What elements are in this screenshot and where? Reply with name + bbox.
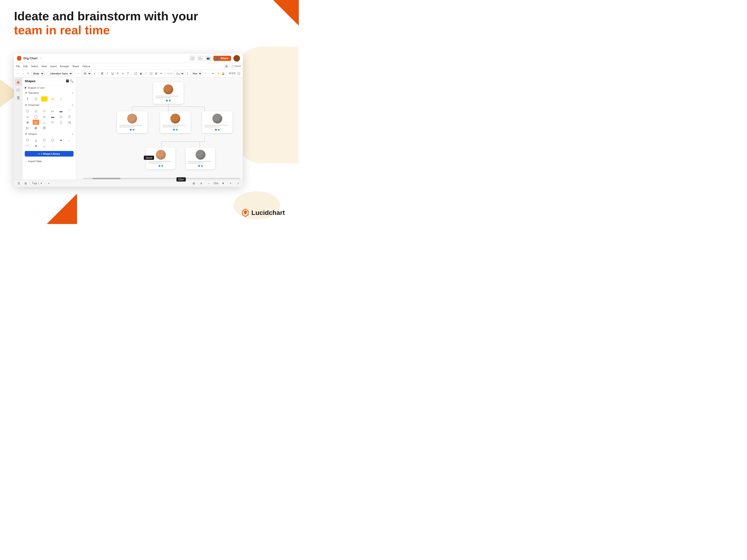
video-icon[interactable]: 📷	[205, 56, 211, 61]
fc-rect2[interactable]: ▭	[49, 108, 56, 114]
layers-button[interactable]: ⊞	[191, 181, 197, 186]
present-icon[interactable]: ⬜	[189, 56, 195, 61]
menu-select[interactable]: Select	[31, 65, 38, 68]
fc-shape16[interactable]: ▽	[49, 120, 56, 125]
lightning-button[interactable]: ⚡	[216, 71, 220, 76]
italic-button[interactable]: I	[105, 71, 109, 76]
sidebar-page-icon[interactable]: ☐	[15, 87, 22, 93]
page-pill[interactable]: Page 1 ▼	[30, 182, 45, 185]
menu-view[interactable]: View	[41, 65, 47, 68]
more-format-button[interactable]: ⊞	[154, 71, 158, 76]
org-node-mgr2[interactable]	[186, 148, 215, 169]
font-size-increase[interactable]: +	[93, 71, 97, 76]
sh-more[interactable]: …	[66, 137, 73, 142]
line-end-button[interactable]: |	[185, 71, 189, 76]
menu-file[interactable]: File	[16, 65, 20, 68]
sidebar-shapes-icon[interactable]: ◉	[15, 79, 22, 85]
redo-button[interactable]: →	[21, 71, 25, 76]
sh-ellipse[interactable]: ●	[58, 137, 64, 142]
flowchart-close[interactable]: ✕	[72, 104, 74, 106]
lightning-shape[interactable]: ⚡	[49, 96, 56, 102]
sh-pentagon[interactable]: ⬠	[41, 137, 48, 142]
shapes-section-close[interactable]: ✕	[72, 133, 74, 135]
addon-icon[interactable]: ⊞	[224, 64, 229, 69]
fill-button[interactable]: ◉	[139, 71, 143, 76]
menu-insert[interactable]: Insert	[50, 65, 57, 68]
font-size-dropdown[interactable]: 10 pt	[81, 71, 92, 76]
menu-help[interactable]: Help ●	[82, 65, 90, 68]
standard-close[interactable]: ✕	[72, 92, 74, 94]
flowchart-header[interactable]: ▼ Flowchart ✕	[22, 102, 76, 108]
fc-shape10[interactable]: ▬	[49, 114, 56, 119]
fc-rect[interactable]: ☐	[24, 108, 31, 114]
menu-edit[interactable]: Edit	[23, 65, 28, 68]
canvas-scrollbar[interactable]	[83, 178, 240, 179]
lock-button[interactable]: 🔒	[221, 71, 225, 76]
yellow-shape[interactable]	[41, 96, 48, 102]
fc-shape8[interactable]: ◯	[33, 114, 39, 119]
shapes-in-use-header[interactable]: ▶ Shapes In Use	[22, 85, 76, 90]
org-node-vp1[interactable]	[117, 111, 147, 133]
panel-toggle[interactable]: ⬜	[237, 71, 241, 76]
arrow-style-dropdown[interactable]: None	[190, 71, 202, 76]
org-node-ceo[interactable]	[153, 82, 183, 104]
org-node-vp3[interactable]	[202, 111, 232, 133]
list-view-button[interactable]: ☰	[16, 181, 22, 186]
shapes-search-icon[interactable]: 🔍	[70, 79, 74, 83]
shapes-section-header[interactable]: ▼ Shapes ✕	[22, 131, 76, 136]
fc-shape19[interactable]: {=	[24, 125, 31, 130]
font-size-decrease[interactable]: −	[76, 71, 80, 76]
zoom-dropdown[interactable]: ▼	[221, 181, 226, 186]
fc-shape12[interactable]: ▽	[66, 114, 73, 119]
line-button[interactable]: /	[144, 71, 148, 76]
zoom-in-button[interactable]: +	[228, 181, 233, 186]
fc-shape7[interactable]: ▱	[24, 114, 31, 119]
fc-shape20[interactable]: ⊞	[33, 125, 39, 130]
fc-shape6[interactable]: ⌒	[66, 108, 73, 114]
sh-triangle[interactable]: △	[33, 137, 39, 142]
style-dropdown[interactable]: Body	[31, 71, 44, 76]
sh-arc[interactable]: ◠	[24, 143, 31, 148]
undo-button[interactable]: ←	[16, 71, 20, 76]
add-page-button[interactable]: +	[46, 181, 52, 186]
pen-tool[interactable]: ✏	[159, 71, 163, 76]
shadow-button[interactable]: ⬜	[149, 71, 153, 76]
sh-arc2[interactable]: ◡	[41, 143, 48, 148]
fc-shape15[interactable]: ◡	[41, 120, 48, 125]
org-node-vp2[interactable]	[160, 111, 190, 133]
text-button[interactable]: T	[126, 71, 130, 76]
underline-button[interactable]: U	[110, 71, 114, 76]
fc-diamond[interactable]: ◇	[33, 108, 39, 114]
text-shape[interactable]: T	[24, 96, 31, 102]
line-shape[interactable]: /	[58, 96, 64, 102]
rect-shape[interactable]: ☐	[33, 96, 39, 102]
sh-circle2[interactable]: ●	[33, 143, 39, 148]
import-data-button[interactable]: → Import Data	[22, 158, 76, 164]
fc-oval[interactable]: ⬭	[41, 108, 48, 114]
sh-more2[interactable]: …	[49, 143, 56, 148]
play-icon[interactable]: ▷	[198, 56, 203, 61]
bold-button[interactable]: B	[100, 71, 104, 76]
zoom-out-button[interactable]: −	[206, 181, 211, 186]
fc-shape9[interactable]: ▭	[41, 114, 48, 119]
fc-shape11[interactable]: ⬡	[58, 114, 64, 119]
fit-page-button[interactable]: ⤢	[235, 181, 241, 186]
menu-arrange[interactable]: Arrange	[60, 65, 69, 68]
align-button[interactable]: ≡	[121, 71, 125, 76]
link-button[interactable]: ⬜	[133, 71, 138, 76]
fc-shape14-highlighted[interactable]: ⊗	[33, 120, 39, 125]
line-width-dropdown[interactable]: 1 px	[174, 71, 184, 76]
spelling-button[interactable]: A	[199, 181, 204, 186]
grid-view-button[interactable]: ⊞	[23, 181, 28, 186]
fc-rect3[interactable]: ▬	[58, 108, 64, 114]
undo2-button[interactable]: ↩	[211, 71, 215, 76]
fc-shape21[interactable]: ☰	[41, 125, 48, 130]
sh-rect[interactable]: ☐	[24, 137, 31, 142]
font-dropdown[interactable]: Liberation Sans	[48, 71, 73, 76]
sh-hexagon[interactable]: ⬡	[49, 137, 56, 142]
shape-library-button[interactable]: + + Shape Library	[25, 151, 74, 157]
fc-shape17[interactable]: }	[58, 120, 64, 125]
arrow-end-button[interactable]: →	[203, 71, 207, 76]
menu-share[interactable]: Share	[72, 65, 79, 68]
fc-shape13[interactable]: ⊕	[24, 120, 31, 125]
